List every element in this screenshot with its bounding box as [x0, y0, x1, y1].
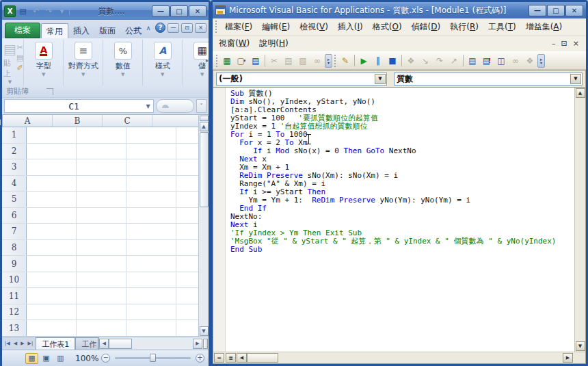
- cell-partial[interactable]: [176, 192, 198, 207]
- design-hand-button[interactable]: ❖: [404, 54, 418, 68]
- sheet-tab-工作[interactable]: 工作: [75, 337, 98, 350]
- procedure-view-button[interactable]: ≡: [214, 353, 224, 363]
- zoom-slider-handle[interactable]: [150, 354, 156, 362]
- row-header-5[interactable]: 5: [2, 192, 27, 207]
- maximize-button[interactable]: □: [170, 5, 188, 17]
- ribbon-group-數值[interactable]: %數值▼: [103, 40, 142, 86]
- row-header-4[interactable]: 4: [2, 176, 27, 192]
- ribbon-group-儲[interactable]: ▦儲▼: [182, 40, 209, 86]
- sheet-nav-icon[interactable]: ◀: [12, 339, 18, 348]
- sheet-tab-工作表1[interactable]: 工作表1: [36, 337, 75, 350]
- file-tab[interactable]: 檔案: [5, 23, 40, 38]
- cell-C4[interactable]: [126, 176, 176, 192]
- toolbar-overflow-icon[interactable]: ▸▾: [325, 54, 332, 68]
- excel-app-icon[interactable]: X: [4, 5, 16, 17]
- cell-A11[interactable]: [27, 288, 77, 304]
- worksheet-grid[interactable]: ABC 12345678910111213 ▲ ▼: [2, 115, 209, 337]
- zoom-out-button[interactable]: −: [101, 354, 110, 363]
- toolbar-overflow-icon[interactable]: ▸▾: [537, 54, 545, 68]
- cell-C3[interactable]: [126, 159, 176, 175]
- scroll-up-icon[interactable]: ▲: [576, 88, 585, 98]
- cell-partial[interactable]: [176, 208, 198, 224]
- menu-item[interactable]: 增益集(A): [521, 19, 567, 35]
- cell-partial[interactable]: [176, 144, 198, 159]
- redo-button[interactable]: ↷: [43, 5, 55, 17]
- row-header-13[interactable]: 13: [2, 320, 27, 336]
- scroll-right-icon[interactable]: ▶: [563, 353, 573, 363]
- cell-C10[interactable]: [126, 272, 176, 288]
- break-button[interactable]: ‖: [371, 54, 385, 68]
- ribbon-group-樣式[interactable]: A樣式▼: [142, 40, 182, 86]
- paste-button[interactable]: ▧: [296, 54, 310, 68]
- call-stack-button[interactable]: ❖: [523, 54, 537, 68]
- ribbon-tab-版面[interactable]: 版面: [94, 23, 120, 38]
- scroll-down-icon[interactable]: ▼: [200, 326, 209, 336]
- copy-button[interactable]: ▤: [282, 54, 295, 68]
- maximize-button[interactable]: □: [547, 5, 565, 16]
- help-icon[interactable]: ?: [155, 23, 165, 33]
- select-all-corner[interactable]: [2, 115, 3, 127]
- insert-userform-button[interactable]: ▢▾: [235, 54, 248, 68]
- locals-window-button[interactable]: ▤: [466, 54, 479, 68]
- name-box[interactable]: C1 ▼: [4, 99, 154, 113]
- cell-C1[interactable]: [126, 127, 176, 143]
- scroll-right-icon[interactable]: ▶: [193, 339, 202, 349]
- cell-B9[interactable]: [77, 256, 126, 272]
- menu-item[interactable]: 檢視(V): [295, 19, 333, 35]
- row-header-10[interactable]: 10: [2, 272, 27, 288]
- workbook-close-button[interactable]: ×: [195, 23, 206, 33]
- step-into-button[interactable]: ↘: [418, 54, 432, 68]
- cell-B10[interactable]: [77, 272, 126, 288]
- cell-B2[interactable]: [77, 144, 126, 159]
- sheet-nav-icon[interactable]: ▶|: [27, 339, 35, 348]
- row-header-6[interactable]: 6: [2, 208, 27, 224]
- row-header-9[interactable]: 9: [2, 256, 27, 272]
- vba-app-icon[interactable]: [215, 5, 226, 15]
- ribbon-tab-插入[interactable]: 插入: [68, 23, 94, 38]
- row-header-1[interactable]: 1: [2, 127, 27, 143]
- cell-C11[interactable]: [126, 288, 176, 304]
- ribbon-group-對齊方式[interactable]: ≡對齊方式▼: [63, 40, 103, 86]
- normal-view-button[interactable]: ▦: [25, 353, 38, 364]
- object-browser-button[interactable]: ◫: [494, 54, 508, 68]
- row-header-2[interactable]: 2: [2, 144, 27, 159]
- minimize-button[interactable]: —: [152, 5, 170, 17]
- cell-B6[interactable]: [77, 208, 126, 224]
- menubar-grip[interactable]: [215, 20, 218, 34]
- full-module-view-button[interactable]: ≣: [226, 353, 236, 363]
- paste-button[interactable]: ▤ 貼上 ▼: [3, 40, 16, 86]
- cell-C2[interactable]: [126, 144, 176, 159]
- step-out-button[interactable]: ↗: [447, 54, 461, 68]
- cell-B11[interactable]: [77, 288, 126, 304]
- menu-item[interactable]: 編輯(E): [257, 19, 295, 35]
- scroll-thumb[interactable]: [247, 353, 278, 363]
- minimize-ribbon-icon[interactable]: ∧: [144, 23, 153, 33]
- cut-button[interactable]: ✂: [267, 54, 281, 68]
- cell-A5[interactable]: [27, 192, 77, 207]
- menu-item[interactable]: 偵錯(D): [407, 19, 446, 35]
- horizontal-scrollbar[interactable]: ◀ ▶: [98, 337, 209, 350]
- cell-A3[interactable]: [27, 159, 77, 175]
- cell-C5[interactable]: [126, 192, 176, 207]
- watch-window-button[interactable]: ∞: [509, 54, 522, 68]
- cell-A7[interactable]: [27, 224, 77, 239]
- cell-partial[interactable]: [176, 320, 198, 336]
- row-header-11[interactable]: 11: [2, 288, 27, 304]
- menu-item[interactable]: 工具(T): [483, 19, 521, 35]
- row-header-3[interactable]: 3: [2, 159, 27, 175]
- cell-A6[interactable]: [27, 208, 77, 224]
- find-button[interactable]: ∞: [310, 54, 324, 68]
- mdi-restore-button[interactable]: ⊡: [561, 40, 567, 47]
- cell-partial[interactable]: [176, 176, 198, 192]
- menu-item[interactable]: 視窗(W): [214, 36, 254, 51]
- reset-button[interactable]: ■: [386, 54, 399, 68]
- vertical-scrollbar[interactable]: ▲ ▼: [574, 88, 585, 352]
- scroll-up-icon[interactable]: ▲: [200, 122, 209, 131]
- menu-item[interactable]: 插入(I): [333, 19, 368, 35]
- cell-C8[interactable]: [126, 240, 176, 256]
- cell-B4[interactable]: [77, 176, 126, 192]
- row-header-8[interactable]: 8: [2, 240, 27, 256]
- cell-B13[interactable]: [77, 320, 126, 336]
- cell-B7[interactable]: [77, 224, 126, 239]
- column-header-partial[interactable]: [152, 115, 202, 127]
